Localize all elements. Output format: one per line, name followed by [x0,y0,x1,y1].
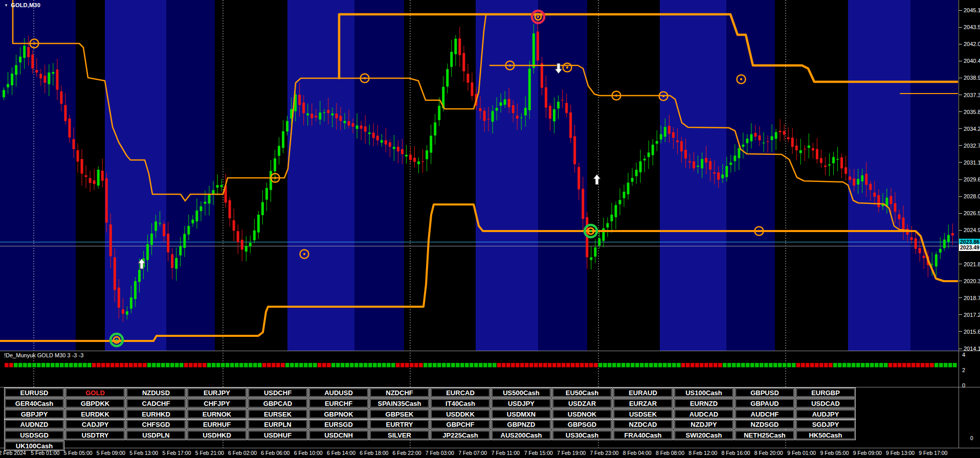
symbol-cell-cadchf[interactable]: CADCHF [126,398,186,408]
symbol-cell-nzdcad[interactable]: NZDCAD [613,419,673,429]
symbol-cell-usdnok[interactable]: USDNOK [552,409,612,419]
symbol-cell-eurpln[interactable]: EURPLN [248,419,308,429]
symbol-cell-usdsek[interactable]: USDSEK [613,409,673,419]
symbol-cell-chfjpy[interactable]: CHFJPY [187,398,247,408]
symbol-cell-usdcnh[interactable]: USDCNH [308,430,369,440]
time-axis-label: 7 Feb 03:00 [426,450,454,456]
time-axis-label: 7 Feb 19:00 [557,450,586,456]
symbol-cell-eursek[interactable]: EURSEK [248,409,308,419]
time-axis-label: 8 Feb 08:00 [656,450,684,456]
symbol-cell-gbpusd[interactable]: GBPUSD [734,387,795,398]
symbol-cell-nzdjpy[interactable]: NZDJPY [674,419,734,429]
symbol-cell-nzdusd[interactable]: NZDUSD [126,387,186,398]
price-tick-label: 2037.35 [964,92,980,98]
symbol-cell-swi20cash[interactable]: SWI20Cash [674,430,734,440]
symbol-cell-gbpaud[interactable]: GBPAUD [734,398,795,408]
price-tick-mark [959,349,962,349]
symbol-cell-audchf[interactable]: AUDCHF [734,409,795,419]
symbol-cell-audjpy[interactable]: AUDJPY [795,409,856,419]
symbol-cell-spain35cash[interactable]: SPAIN35Cash [369,398,430,408]
symbol-cell-eurnzd[interactable]: EURNZD [674,398,734,408]
symbol-cell-chfsgd[interactable]: CHFSGD [126,419,186,429]
buy-arrow-icon [593,174,600,185]
symbol-cell-eurhkd[interactable]: EURHKD [126,409,186,419]
price-tick-label: 2043.55 [964,24,980,30]
symbol-cell-usdtry[interactable]: USDTRY [65,430,125,440]
price-tick-label: 2028.05 [964,193,980,199]
time-axis-label: 8 Feb 20:00 [754,450,783,456]
symbol-cell-usdcad[interactable]: USDCAD [795,398,856,408]
symbol-cell-it40cash[interactable]: IT40Cash [430,398,491,408]
symbol-cell-gbpdkk[interactable]: GBPDKK [65,398,125,408]
symbol-cell-eurzar[interactable]: EURZAR [613,398,673,408]
symbol-cell-jp225cash[interactable]: JP225Cash [430,430,491,440]
symbol-cell-gbpsgd[interactable]: GBPSGD [552,419,612,429]
symbol-cell-us30cash[interactable]: US30Cash [552,430,612,440]
symbol-cell-nzdsgd[interactable]: NZDSGD [734,419,795,429]
symbol-cell-fra40cash[interactable]: FRA40Cash [613,430,673,440]
symbol-cell-silver[interactable]: SILVER [369,430,430,440]
symbol-cell-gbpchf[interactable]: GBPCHF [430,419,491,429]
symbol-cell-gbpnok[interactable]: GBPNOK [308,409,369,419]
symbol-cell-gbpjpy[interactable]: GBPJPY [4,409,64,419]
symbol-cell-eursgd[interactable]: EURSGD [308,419,369,429]
symbol-cell-eurjpy[interactable]: EURJPY [187,387,247,398]
symbol-cell-eurhuf[interactable]: EURHUF [187,419,247,429]
symbol-cell-nzdchf[interactable]: NZDCHF [369,387,430,398]
time-axis-label: 6 Feb 06:00 [261,450,289,456]
symbol-cell-usdsgd[interactable]: USDSGD [4,430,64,440]
symbol-cell-aus200cash[interactable]: AUS200Cash [491,430,551,440]
price-tick-mark [959,162,962,163]
symbol-cell-hk50cash[interactable]: HK50Cash [795,430,856,440]
symbol-cell-eurnok[interactable]: EURNOK [187,409,247,419]
price-tick-mark [959,230,962,231]
symbol-cell-eurdkk[interactable]: EURDKK [65,409,125,419]
symbol-cell-usddkk[interactable]: USDDKK [430,409,491,419]
price-tick-mark [959,95,962,95]
symbol-cell-euraud[interactable]: EURAUD [613,387,673,398]
symbol-cell-usdzar[interactable]: USDZAR [552,398,612,408]
price-tick-label: 2032.70 [964,143,980,149]
indicator-name-label: !De_Munyuk GOLD M30 3 -3 -3 [4,352,83,358]
symbol-cell-ger40cash[interactable]: GER40Cash [4,398,64,408]
symbol-cell-gbpcad[interactable]: GBPCAD [248,398,308,408]
panel-separator[interactable] [0,351,980,351]
chart-symbol-label[interactable]: ▼ GOLD,M30 [4,2,40,8]
price-tick-label: 2040.45 [964,58,980,64]
time-axis-label: 9 Feb 05:00 [820,450,849,456]
symbol-cell-us100cash[interactable]: US100Cash [674,387,734,398]
symbol-cell-audusd[interactable]: AUDUSD [308,387,369,398]
mt4-window: ▼ GOLD,M30 !De_Munyuk GOLD M30 3 -3 -3 0… [0,0,980,458]
symbol-cell-usdhuf[interactable]: USDHUF [248,430,308,440]
symbol-cell-uk100cash[interactable]: UK100Cash [4,441,64,451]
symbol-cell-eurchf[interactable]: EURCHF [308,398,369,408]
symbol-cell-usdmxn[interactable]: USDMXN [491,409,551,419]
symbol-cell-usdhkd[interactable]: USDHKD [187,430,247,440]
symbol-cell-gold[interactable]: GOLD [65,387,125,398]
symbol-cell-gbpsek[interactable]: GBPSEK [369,409,430,419]
time-axis-label: 5 Feb 09:00 [97,450,125,456]
time-axis-label: 6 Feb 22:00 [393,450,421,456]
symbol-cell-us500cash[interactable]: US500Cash [491,387,551,398]
symbol-cell-gbpnzd[interactable]: GBPNZD [491,419,551,429]
time-axis-label: 9 Feb 01:00 [787,450,816,456]
subwindow-zero-label: 0 [970,436,973,441]
chevron-down-icon[interactable]: ▼ [4,3,8,8]
symbol-cell-usdjpy[interactable]: USDJPY [491,398,551,408]
price-tick-label: 2038.90 [964,75,980,81]
symbol-cell-eurtry[interactable]: EURTRY [369,419,430,429]
price-tick-mark [959,145,962,146]
symbol-cell-audnzd[interactable]: AUDNZD [4,419,64,429]
symbol-cell-usdchf[interactable]: USDCHF [248,387,308,398]
symbol-cell-audcad[interactable]: AUDCAD [674,409,734,419]
price-axis-border [959,0,959,448]
symbol-cell-eu50cash[interactable]: EU50Cash [552,387,612,398]
symbol-cell-eurcad[interactable]: EURCAD [430,387,491,398]
symbol-cell-neth25cash[interactable]: NETH25Cash [734,430,795,440]
symbol-cell-usdpln[interactable]: USDPLN [126,430,186,440]
price-tick-mark [959,10,962,11]
symbol-cell-eurusd[interactable]: EURUSD [4,387,64,398]
symbol-cell-eurgbp[interactable]: EURGBP [795,387,856,398]
symbol-cell-sgdjpy[interactable]: SGDJPY [795,419,856,429]
symbol-cell-cadjpy[interactable]: CADJPY [65,419,125,429]
